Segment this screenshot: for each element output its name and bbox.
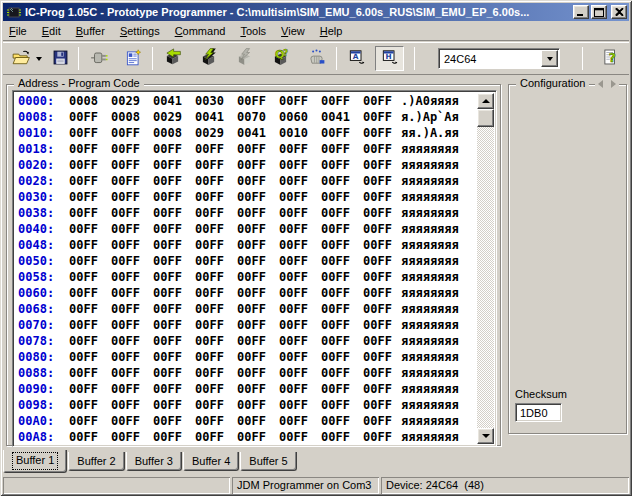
menu-help[interactable]: Help	[314, 23, 349, 40]
hex-row[interactable]: 0040: 00FF00FF00FF00FF00FF00FF00FF00FF я…	[15, 221, 477, 237]
hex-words: 00FF00FF00FF00FF00FF00FF00FF00FF	[57, 285, 393, 301]
hex-ascii: яяяяяяяя	[401, 365, 459, 381]
scrollbar-thumb[interactable]	[477, 109, 494, 127]
menu-file[interactable]: File	[3, 23, 33, 40]
hex-word: 00FF	[363, 141, 393, 157]
device-select[interactable]: 24C64	[438, 48, 560, 69]
hex-words: 00FF00FF00FF00FF00FF00FF00FF00FF	[57, 413, 393, 429]
hex-address: 0078:	[15, 333, 57, 349]
menu-edit[interactable]: Edit	[36, 23, 67, 40]
tab-buffer-1[interactable]: Buffer 1	[3, 450, 67, 473]
hex-ascii: яяяяяяяя	[401, 333, 459, 349]
hex-word: 00FF	[321, 221, 351, 237]
hex-row[interactable]: 00A0: 00FF00FF00FF00FF00FF00FF00FF00FF я…	[15, 413, 477, 429]
hex-word: 00FF	[279, 333, 309, 349]
hex-word: 00FF	[195, 237, 225, 253]
hex-row[interactable]: 0080: 00FF00FF00FF00FF00FF00FF00FF00FF я…	[15, 349, 477, 365]
hex-word: 00FF	[279, 317, 309, 333]
open-file-dropdown-button[interactable]	[33, 46, 45, 71]
close-button[interactable]	[611, 5, 627, 19]
hex-address: 00A0:	[15, 413, 57, 429]
open-file-button[interactable]	[8, 46, 33, 71]
hex-row[interactable]: 00A8: 00FF00FF00FF00FF00FF00FF00FF00FF я…	[15, 429, 477, 444]
hex-row[interactable]: 0088: 00FF00FF00FF00FF00FF00FF00FF00FF я…	[15, 365, 477, 381]
verify-chip-button[interactable]: Q ?	[266, 46, 295, 71]
hex-word: 00FF	[237, 317, 267, 333]
tab-buffer-2[interactable]: Buffer 2	[68, 452, 124, 471]
hex-row[interactable]: 0038: 00FF00FF00FF00FF00FF00FF00FF00FF я…	[15, 205, 477, 221]
hex-row[interactable]: 0018: 00FF00FF00FF00FF00FF00FF00FF00FF я…	[15, 141, 477, 157]
hex-row[interactable]: 0000: 000800290041003000FF00FF00FF00FF .…	[15, 93, 477, 109]
ascii-view-button[interactable]: A	[342, 46, 371, 71]
hex-word: 00FF	[279, 189, 309, 205]
program-chip-button[interactable]	[194, 46, 223, 71]
hex-row[interactable]: 0030: 00FF00FF00FF00FF00FF00FF00FF00FF я…	[15, 189, 477, 205]
menu-buffer[interactable]: Buffer	[70, 23, 111, 40]
menu-view[interactable]: View	[275, 23, 311, 40]
hex-row[interactable]: 0070: 00FF00FF00FF00FF00FF00FF00FF00FF я…	[15, 317, 477, 333]
hex-address: 0028:	[15, 173, 57, 189]
hex-word: 00FF	[237, 301, 267, 317]
status-panel-left	[3, 477, 230, 494]
hex-row[interactable]: 0010: 00FF00FF000800290041001000FF00FF я…	[15, 125, 477, 141]
hex-word: 00FF	[321, 365, 351, 381]
program-code-group: Address - Program Code 0000: 00080029004…	[6, 84, 501, 446]
hex-word: 00FF	[153, 301, 183, 317]
scroll-up-button[interactable]	[477, 93, 494, 109]
blank-check-button[interactable]	[302, 46, 331, 71]
hex-word: 00FF	[363, 397, 393, 413]
hex-word: 00FF	[69, 365, 99, 381]
hex-word: 00FF	[363, 301, 393, 317]
tab-buffer-3[interactable]: Buffer 3	[126, 452, 182, 471]
hex-word: 0010	[279, 125, 309, 141]
hex-word: 00FF	[153, 317, 183, 333]
hex-row[interactable]: 0060: 00FF00FF00FF00FF00FF00FF00FF00FF я…	[15, 285, 477, 301]
hex-word: 00FF	[69, 157, 99, 173]
hex-row[interactable]: 0068: 00FF00FF00FF00FF00FF00FF00FF00FF я…	[15, 301, 477, 317]
minimize-button[interactable]	[573, 5, 589, 19]
hex-word: 00FF	[111, 381, 141, 397]
checksum-field[interactable]: 1DB0	[515, 403, 562, 422]
tab-buffer-4[interactable]: Buffer 4	[183, 452, 239, 471]
blank-check-hand-icon	[307, 48, 326, 69]
device-select-dropdown-button[interactable]	[541, 50, 558, 67]
menu-settings[interactable]: Settings	[114, 23, 166, 40]
hex-row[interactable]: 0020: 00FF00FF00FF00FF00FF00FF00FF00FF я…	[15, 157, 477, 173]
erase-chip-button[interactable]	[230, 46, 259, 71]
device-info-button[interactable]	[118, 46, 147, 71]
hex-row[interactable]: 0048: 00FF00FF00FF00FF00FF00FF00FF00FF я…	[15, 237, 477, 253]
hex-word: 00FF	[111, 269, 141, 285]
hex-row[interactable]: 0008: 00FF00080029004100700060004100FF я…	[15, 109, 477, 125]
read-chip-button[interactable]	[158, 46, 187, 71]
hex-word: 00FF	[237, 269, 267, 285]
config-next-icon[interactable]	[611, 80, 616, 88]
menu-tools[interactable]: Tools	[234, 23, 272, 40]
hex-word: 00FF	[363, 93, 393, 109]
hex-word: 00FF	[195, 141, 225, 157]
hex-ascii: яя.)A.яя	[401, 125, 459, 141]
tab-buffer-5[interactable]: Buffer 5	[240, 452, 296, 471]
hex-ascii: яяяяяяяя	[401, 173, 459, 189]
menu-command[interactable]: Command	[169, 23, 232, 40]
hex-row[interactable]: 0050: 00FF00FF00FF00FF00FF00FF00FF00FF я…	[15, 253, 477, 269]
toolbar: Q ? A	[3, 42, 629, 75]
hex-view-button[interactable]: H	[375, 46, 404, 71]
hex-ascii: яяяяяяяя	[401, 381, 459, 397]
status-bar: JDM Programmer on Com3 Device: 24C64 (48…	[3, 477, 629, 494]
config-prev-icon[interactable]	[598, 80, 603, 88]
save-file-button[interactable]	[48, 46, 73, 71]
hex-row[interactable]: 0028: 00FF00FF00FF00FF00FF00FF00FF00FF я…	[15, 173, 477, 189]
help-button[interactable]: ?	[596, 46, 625, 71]
vertical-scrollbar[interactable]	[477, 93, 494, 444]
hardware-settings-button[interactable]	[84, 46, 113, 71]
hex-word: 00FF	[237, 365, 267, 381]
hex-row[interactable]: 0090: 00FF00FF00FF00FF00FF00FF00FF00FF я…	[15, 381, 477, 397]
hex-words: 00FF00080029004100700060004100FF	[57, 109, 393, 125]
hex-word: 00FF	[363, 205, 393, 221]
hex-row[interactable]: 0098: 00FF00FF00FF00FF00FF00FF00FF00FF я…	[15, 397, 477, 413]
hex-row[interactable]: 0058: 00FF00FF00FF00FF00FF00FF00FF00FF я…	[15, 269, 477, 285]
hex-word: 00FF	[195, 205, 225, 221]
maximize-button[interactable]	[591, 5, 607, 19]
scroll-down-button[interactable]	[477, 428, 494, 444]
hex-row[interactable]: 0078: 00FF00FF00FF00FF00FF00FF00FF00FF я…	[15, 333, 477, 349]
